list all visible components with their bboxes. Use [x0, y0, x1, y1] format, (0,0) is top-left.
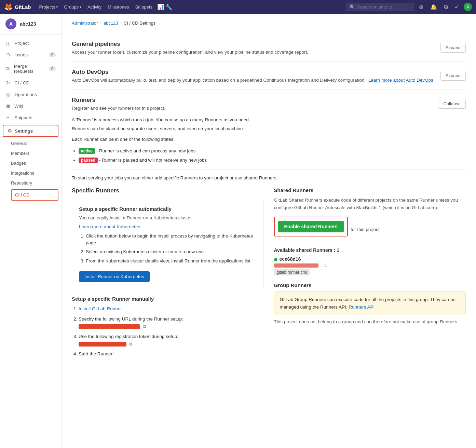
sidebar-item-cicd[interactable]: ↻ CI / CD [0, 77, 61, 89]
sidebar-item-settings[interactable]: ⚙ Settings [3, 125, 58, 136]
enable-shared-runners-button[interactable]: Enable shared Runners [278, 221, 344, 232]
install-gitlab-runner-link[interactable]: Install GitLab Runner [79, 306, 122, 311]
copy-url-icon[interactable]: ⧉ [143, 324, 146, 329]
top-nav-right: 🔍 ⊕ 🔔 ⧉ ✓ A [346, 3, 472, 11]
sidebar-item-cicd-settings[interactable]: CI / CD [12, 190, 58, 200]
manual-step-2: Specify the following URL during the Run… [79, 315, 264, 330]
sidebar-settings-box: ⚙ Settings [3, 125, 58, 137]
install-runner-button[interactable]: Install Runner on Kubernetes [79, 271, 150, 282]
auto-devops-expand-button[interactable]: Expand [440, 71, 466, 81]
fox-icon: 🦊 [4, 3, 13, 11]
sidebar-nav: ◫ Project ⊙ Issues 0 ⧉ Merge Requests 0 … [0, 35, 61, 205]
runner-detail-line: #1 [274, 262, 327, 268]
manual-setup-section: Setup a specific Runner manually Install… [72, 296, 264, 358]
runner-state-paused: paused - Runner is paused and will not r… [79, 157, 466, 164]
runners-info-line1: A 'Runner' is a process which runs a job… [72, 116, 466, 124]
merge-requests-icon: ⧉ [5, 66, 11, 72]
sidebar-item-snippets[interactable]: ✂ Snippets [0, 112, 61, 123]
auto-setup-step-1: Click the button below to begin the inst… [86, 233, 257, 247]
runners-api-link[interactable]: Runners API [349, 304, 375, 310]
groups-menu[interactable]: Groups ▾ [61, 0, 84, 14]
breadcrumb-sep-1: › [100, 21, 101, 26]
gitlab-label: GitLab [15, 4, 31, 10]
manual-step-4: Start the Runner! [79, 350, 264, 358]
auto-setup-desc: You can easily install a Runner on a Kub… [79, 215, 257, 220]
sidebar-item-repository[interactable]: Repository [11, 178, 61, 188]
runners-title: Runners [72, 97, 165, 104]
general-pipelines-header: General pipelines Access your runner tok… [72, 41, 466, 55]
create-new-icon[interactable]: ⊕ [417, 4, 425, 10]
gitlab-logo[interactable]: 🦊 GitLab [4, 3, 31, 11]
avatar: A [5, 18, 16, 29]
sidebar-item-merge-requests[interactable]: ⧉ Merge Requests 0 [0, 60, 61, 77]
wiki-icon: ▣ [5, 103, 11, 109]
runners-states-list: active - Runner is active and can proces… [72, 147, 466, 164]
runner-row: ece68d16 #1 gitlab runner cml [274, 256, 466, 275]
runners-title-group: Runners Register and see your runners fo… [72, 97, 165, 111]
two-col-layout: Specific Runners Setup a specific Runner… [72, 187, 466, 361]
sidebar-item-integrations[interactable]: Integrations [11, 168, 61, 178]
settings-icon: ⚙ [8, 128, 12, 134]
group-runners-title: Group Runners [274, 282, 466, 288]
sidebar-sub-items: General Members Badges Integrations Repo… [0, 138, 61, 188]
search-input[interactable] [357, 4, 410, 10]
auto-setup-box: Setup a specific Runner automatically Yo… [72, 199, 264, 289]
specific-runners-title: Specific Runners [72, 187, 264, 194]
sidebar-item-general[interactable]: General [11, 138, 61, 148]
breadcrumb-admin[interactable]: Administrator [72, 21, 98, 26]
search-icon: 🔍 [350, 4, 355, 10]
auto-devops-section: Auto DevOps Auto DevOps will automatical… [72, 62, 466, 90]
todos-icon[interactable]: ✓ [452, 4, 461, 10]
sidebar-item-badges[interactable]: Badges [11, 158, 61, 168]
runners-states-intro: Each Runner can be in one of the followi… [72, 136, 466, 143]
project-icon: ◫ [5, 40, 11, 46]
projects-dropdown-arrow: ▾ [56, 5, 58, 9]
general-pipelines-section: General pipelines Access your runner tok… [72, 34, 466, 62]
auto-devops-desc: Auto DevOps will automatically build, te… [72, 78, 433, 83]
runner-detail-redacted [274, 263, 318, 268]
general-pipelines-title-group: General pipelines Access your runner tok… [72, 41, 308, 55]
sidebar-item-wiki[interactable]: ▣ Wiki [0, 100, 61, 112]
runners-collapse-button[interactable]: Collapse [438, 99, 466, 109]
auto-devops-link[interactable]: Learn more about Auto DevOps [368, 78, 433, 83]
sidebar-item-project[interactable]: ◫ Project [0, 37, 61, 49]
for-project-text: for this project [351, 227, 380, 232]
user-avatar-nav[interactable]: A [464, 3, 472, 11]
issues-icon[interactable]: 🔔 [428, 4, 439, 10]
badge-paused: paused [79, 158, 98, 163]
group-runners-box: GitLab Group Runners can execute code fo… [274, 291, 466, 315]
issues-icon-side: ⊙ [5, 52, 11, 57]
activity-link[interactable]: Activity [85, 0, 104, 14]
cicd-icon: ↻ [5, 80, 11, 85]
projects-menu[interactable]: Projects ▾ [37, 0, 61, 14]
runner-state-active: active - Runner is active and can proces… [79, 147, 466, 155]
auto-devops-header: Auto DevOps Auto DevOps will automatical… [72, 69, 466, 83]
runners-section: Runners Register and see your runners fo… [72, 90, 466, 368]
kubernetes-link[interactable]: Learn more about Kubernetes [79, 224, 140, 229]
top-nav: 🦊 GitLab Projects ▾ Groups ▾ Activity Mi… [0, 0, 476, 14]
shared-runners-col: Shared Runners GitLab Shared Runners exe… [274, 187, 466, 361]
available-runners-title: Available shared Runners : 1 [274, 247, 466, 253]
general-pipelines-expand-button[interactable]: Expand [440, 43, 466, 53]
breadcrumb-abc123[interactable]: abc123 [104, 21, 118, 26]
sidebar-cicd-box: CI / CD [11, 189, 58, 201]
milestones-link[interactable]: Milestones [105, 0, 132, 14]
search-box[interactable]: 🔍 [346, 3, 414, 11]
merge-requests-nav-icon[interactable]: ⧉ [442, 4, 450, 10]
snippets-link[interactable]: Snippets [132, 0, 155, 14]
sidebar: A abc123 ◫ Project ⊙ Issues 0 ⧉ Merge Re… [0, 14, 62, 448]
runner-tag: gitlab runner cml [274, 269, 310, 275]
general-pipelines-desc: Access your runner token, customize your… [72, 50, 308, 55]
sidebar-item-members[interactable]: Members [11, 148, 61, 158]
copy-token-icon[interactable]: ⧉ [129, 341, 132, 347]
auto-devops-title: Auto DevOps [72, 69, 433, 76]
runner-name-row: ece68d16 [274, 256, 327, 262]
sidebar-item-issues[interactable]: ⊙ Issues 0 [0, 49, 61, 60]
app-layout: A abc123 ◫ Project ⊙ Issues 0 ⧉ Merge Re… [0, 0, 476, 448]
sidebar-item-operations[interactable]: ◎ Operations [0, 89, 61, 100]
badge-active: active [79, 148, 95, 154]
runner-url-redacted [79, 324, 140, 329]
runner-status-dot [274, 258, 277, 261]
manual-step-1: Install GitLab Runner [79, 305, 264, 313]
runner-token-redacted [79, 342, 126, 347]
